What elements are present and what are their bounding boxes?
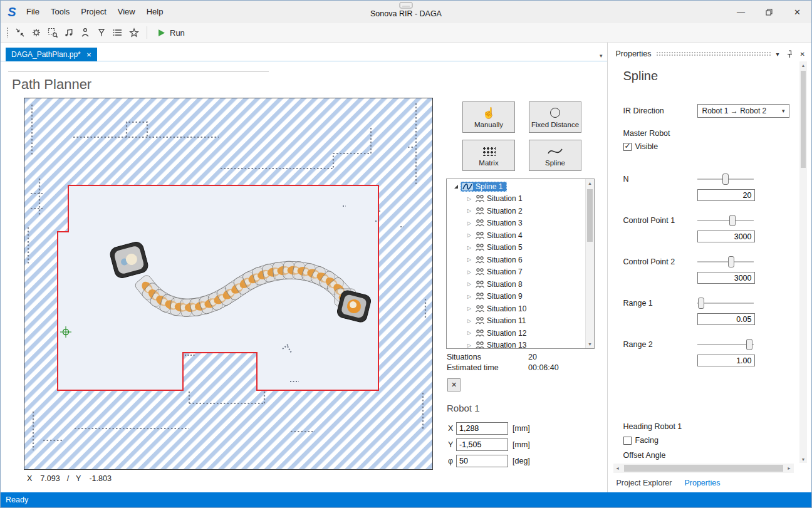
menu-project[interactable]: Project — [75, 1, 112, 23]
tree-item-situation-2[interactable]: ▷Situation 2 — [447, 205, 594, 217]
audio-button[interactable] — [61, 24, 77, 41]
scroll-left-icon[interactable]: ◄ — [613, 464, 622, 473]
range-2-slider[interactable] — [697, 339, 754, 350]
tree-item-situation-1[interactable]: ▷Situation 1 — [447, 193, 594, 205]
pin-icon[interactable] — [786, 50, 793, 58]
visible-checkbox[interactable] — [623, 143, 632, 151]
slider-thumb[interactable] — [729, 215, 736, 226]
slider-thumb[interactable] — [698, 298, 704, 309]
close-button[interactable]: ✕ — [783, 1, 811, 23]
list-button[interactable] — [110, 24, 126, 41]
scroll-down-icon[interactable]: ▼ — [799, 455, 807, 463]
toolbar-grip[interactable] — [6, 27, 9, 38]
zoom-region-button[interactable] — [44, 24, 61, 41]
delete-spline-button[interactable]: ✕ — [447, 378, 461, 391]
matrix-button[interactable]: Matrix — [462, 140, 515, 171]
facing-checkbox-row[interactable]: Facing — [623, 436, 800, 445]
properties-vertical-scrollbar[interactable]: ▲ ▼ — [799, 61, 807, 463]
expander-collapsed-icon[interactable]: ▷ — [467, 294, 474, 299]
expander-collapsed-icon[interactable]: ▷ — [467, 245, 474, 251]
run-button[interactable]: Run — [152, 28, 191, 38]
selected-tree-item: Spline 1 — [461, 182, 507, 192]
tree-item-situation-5[interactable]: ▷Situation 5 — [447, 242, 594, 254]
tree-item-situation-7[interactable]: ▷Situation 7 — [447, 266, 594, 279]
favorites-button[interactable] — [126, 24, 142, 41]
scroll-right-icon[interactable]: ► — [785, 464, 794, 473]
visible-checkbox-row[interactable]: Visible — [623, 142, 800, 151]
expander-collapsed-icon[interactable]: ▷ — [467, 269, 474, 275]
tree-item-situation-9[interactable]: ▷Situation 9 — [447, 291, 594, 303]
menu-help[interactable]: Help — [141, 1, 169, 23]
situation-button[interactable] — [77, 24, 93, 41]
fixed-distance-button[interactable]: Fixed Distance — [529, 101, 581, 133]
ir-direction-dropdown[interactable]: Robot 1 → Robot 2 ▾ — [697, 104, 789, 118]
expander-collapsed-icon[interactable]: ▷ — [467, 196, 474, 202]
manually-button[interactable]: ☝ Manually — [462, 101, 515, 133]
control-point-1-input[interactable] — [697, 231, 755, 242]
expander-collapsed-icon[interactable]: ▷ — [467, 232, 474, 238]
map-canvas[interactable] — [24, 98, 432, 469]
slider-thumb[interactable] — [746, 339, 752, 350]
expander-collapsed-icon[interactable]: ▷ — [467, 330, 474, 336]
range-2-input[interactable] — [697, 355, 755, 366]
tab-close-icon[interactable]: ✕ — [86, 51, 91, 58]
expander-collapsed-icon[interactable]: ▷ — [467, 281, 474, 287]
tree-item-situation-3[interactable]: ▷Situation 3 — [447, 217, 594, 230]
tree-item-situation-13[interactable]: ▷Situation 13 — [447, 340, 594, 350]
n-input[interactable] — [697, 189, 755, 201]
panel-drag-grip[interactable] — [656, 51, 771, 56]
robot1-x-input[interactable] — [456, 422, 508, 435]
minimize-button[interactable]: — — [727, 1, 755, 23]
dot-grid-icon — [482, 146, 496, 156]
control-point-2-input[interactable] — [697, 272, 755, 284]
expander-collapsed-icon[interactable]: ▷ — [467, 318, 474, 324]
expander-collapsed-icon[interactable]: ▷ — [467, 257, 474, 262]
menu-view[interactable]: View — [112, 1, 141, 23]
control-point-2-slider[interactable] — [697, 256, 754, 267]
range-1-slider[interactable] — [697, 298, 754, 309]
expander-collapsed-icon[interactable]: ▷ — [467, 208, 474, 214]
tab-list-chevron-icon[interactable]: ▾ — [600, 53, 603, 59]
properties-horizontal-scrollbar[interactable]: ◄ ► — [613, 464, 794, 473]
control-point-1-slider[interactable] — [697, 215, 754, 226]
tree-scrollbar-thumb[interactable] — [587, 189, 593, 242]
settings-button[interactable] — [28, 24, 44, 41]
expander-collapsed-icon[interactable]: ▷ — [467, 306, 474, 311]
window-position-chevron-icon[interactable]: ▾ — [776, 51, 779, 58]
tree-item-situation-12[interactable]: ▷Situation 12 — [447, 327, 594, 340]
expander-collapsed-icon[interactable]: ▷ — [467, 220, 474, 226]
n-slider[interactable] — [697, 174, 754, 185]
spline-button[interactable]: Spline — [529, 140, 581, 171]
tab-daga-pathplan[interactable]: DAGA_PathPlan.pp* ✕ — [6, 48, 97, 61]
slider-thumb[interactable] — [728, 256, 734, 267]
slider-track — [697, 261, 754, 262]
fit-view-button[interactable] — [12, 24, 28, 41]
facing-checkbox[interactable] — [623, 437, 632, 445]
scroll-up-icon[interactable]: ▲ — [799, 61, 807, 69]
expander-expanded-icon[interactable] — [454, 184, 461, 189]
panel-close-icon[interactable]: ✕ — [800, 51, 805, 58]
horizontal-scrollbar-thumb[interactable] — [624, 465, 783, 472]
tree-item-situation-4[interactable]: ▷Situation 4 — [447, 229, 594, 242]
tree-item-situation-11[interactable]: ▷Situation 11 — [447, 315, 594, 328]
robot1-phi-input[interactable] — [456, 455, 508, 467]
tree-item-situation-6[interactable]: ▷Situation 6 — [447, 254, 594, 266]
slider-thumb[interactable] — [722, 174, 729, 185]
calibration-button[interactable] — [93, 24, 110, 41]
tab-project-explorer[interactable]: Project Explorer — [617, 479, 672, 487]
expander-collapsed-icon[interactable]: ▷ — [467, 343, 474, 348]
menu-file[interactable]: File — [21, 1, 45, 23]
tab-properties[interactable]: Properties — [684, 479, 720, 487]
tree-item-spline-1[interactable]: Spline 1 — [447, 180, 594, 193]
maximize-button[interactable] — [755, 1, 783, 23]
vertical-scrollbar-thumb[interactable] — [801, 71, 806, 168]
tree-item-situation-10[interactable]: ▷Situation 10 — [447, 303, 594, 315]
tree-scrollbar[interactable]: ▲ ▼ — [585, 179, 594, 348]
range-1-input[interactable] — [697, 313, 755, 325]
menu-tools[interactable]: Tools — [45, 1, 75, 23]
tree-item-situation-8[interactable]: ▷Situation 8 — [447, 278, 594, 291]
robot1-section-title: Robot 1 — [447, 403, 480, 413]
scroll-up-icon[interactable]: ▲ — [586, 179, 594, 187]
robot1-y-input[interactable] — [456, 438, 508, 451]
scroll-down-icon[interactable]: ▼ — [586, 340, 594, 348]
